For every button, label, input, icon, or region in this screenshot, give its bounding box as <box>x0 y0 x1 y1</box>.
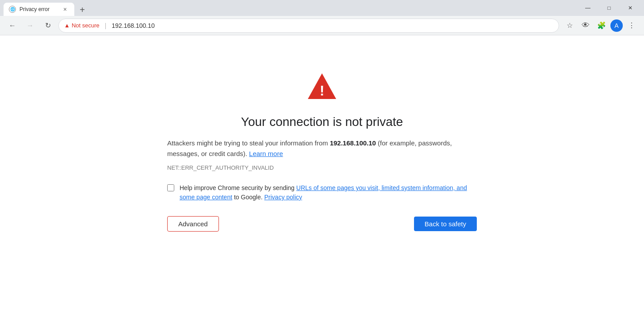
svg-text:!: ! <box>320 83 325 99</box>
star-icon: ☆ <box>567 21 573 30</box>
tracking-prevention-button[interactable]: 👁 <box>579 19 593 33</box>
not-secure-label: Not secure <box>72 22 100 29</box>
forward-icon: → <box>27 22 34 30</box>
checkbox-text-before: Help improve Chrome security by sending <box>180 184 295 191</box>
learn-more-link[interactable]: Learn more <box>249 150 283 157</box>
error-code: NET::ERR_CERT_AUTHORITY_INVALID <box>167 164 477 171</box>
tab-close-button[interactable]: × <box>61 5 69 13</box>
not-secure-badge: ▲ Not secure <box>64 22 100 29</box>
reload-button[interactable]: ↻ <box>41 19 55 33</box>
page-title: Your connection is not private <box>241 115 403 129</box>
action-buttons: Advanced Back to safety <box>167 216 477 232</box>
title-bar: 🌐 Privacy error × + — □ ✕ <box>0 0 644 16</box>
forward-button[interactable]: → <box>23 19 37 33</box>
checkbox-text-after: to Google. <box>234 194 263 201</box>
domain-bold: 192.168.100.10 <box>330 139 376 147</box>
avatar-label: A <box>614 22 618 29</box>
warning-triangle-large-icon: ! <box>306 71 338 103</box>
close-button[interactable]: ✕ <box>620 0 640 16</box>
navigation-bar: ← → ↻ ▲ Not secure | 192.168.100.10 ☆ 👁 … <box>0 16 644 35</box>
tab-favicon-icon: 🌐 <box>9 6 16 13</box>
address-url: 192.168.100.10 <box>111 22 154 29</box>
error-description: Attackers might be trying to steal your … <box>167 138 477 159</box>
address-divider: | <box>105 22 107 29</box>
address-bar[interactable]: ▲ Not secure | 192.168.100.10 <box>58 19 559 33</box>
tab-title: Privacy error <box>19 6 50 12</box>
tab-strip: 🌐 Privacy error × + <box>4 0 88 16</box>
tab-strip-area: 🌐 Privacy error × + <box>4 0 578 16</box>
reload-icon: ↻ <box>45 21 51 30</box>
active-tab[interactable]: 🌐 Privacy error × <box>4 3 74 16</box>
menu-dots-icon: ⋮ <box>628 21 635 30</box>
advanced-button[interactable]: Advanced <box>167 216 219 232</box>
minimize-button[interactable]: — <box>578 0 598 16</box>
nav-right-controls: ☆ 👁 🧩 A ⋮ <box>563 19 639 33</box>
window-controls: — □ ✕ <box>578 0 640 16</box>
extensions-button[interactable]: 🧩 <box>594 19 609 33</box>
bookmark-star-button[interactable]: ☆ <box>563 19 577 33</box>
description-before: Attackers might be trying to steal your … <box>167 139 328 147</box>
back-to-safety-button[interactable]: Back to safety <box>414 217 477 231</box>
settings-menu-button[interactable]: ⋮ <box>625 19 639 33</box>
error-page: ! Your connection is not private Attacke… <box>0 35 644 316</box>
profile-avatar[interactable]: A <box>610 19 623 32</box>
checkbox-text: Help improve Chrome security by sending … <box>180 183 477 202</box>
back-icon: ← <box>9 22 16 30</box>
maximize-button[interactable]: □ <box>599 0 619 16</box>
back-button[interactable]: ← <box>5 19 19 33</box>
eye-shield-icon: 👁 <box>582 21 590 30</box>
warning-triangle-icon: ▲ <box>64 22 70 29</box>
privacy-policy-link[interactable]: Privacy policy <box>264 194 302 201</box>
chrome-security-checkbox-row: Help improve Chrome security by sending … <box>167 183 477 202</box>
puzzle-icon: 🧩 <box>597 21 606 30</box>
chrome-security-checkbox[interactable] <box>167 184 174 191</box>
new-tab-button[interactable]: + <box>76 4 88 16</box>
